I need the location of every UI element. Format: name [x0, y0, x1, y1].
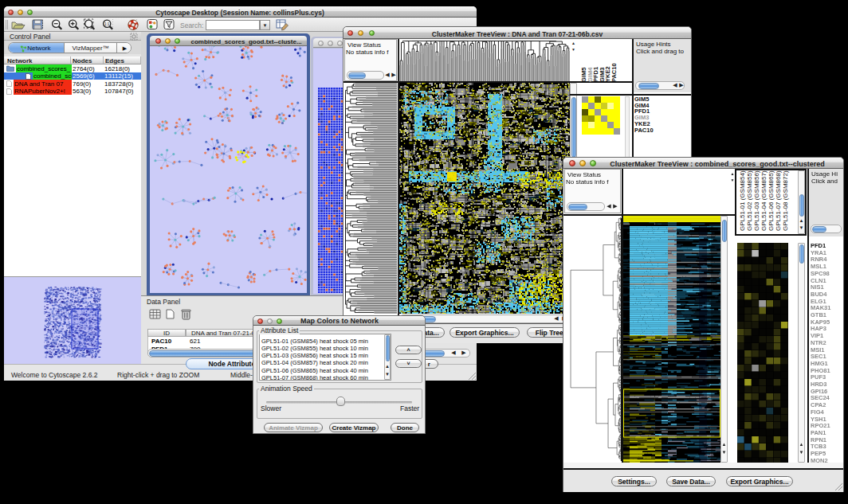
svg-text:1:1: 1:1 — [104, 22, 110, 26]
